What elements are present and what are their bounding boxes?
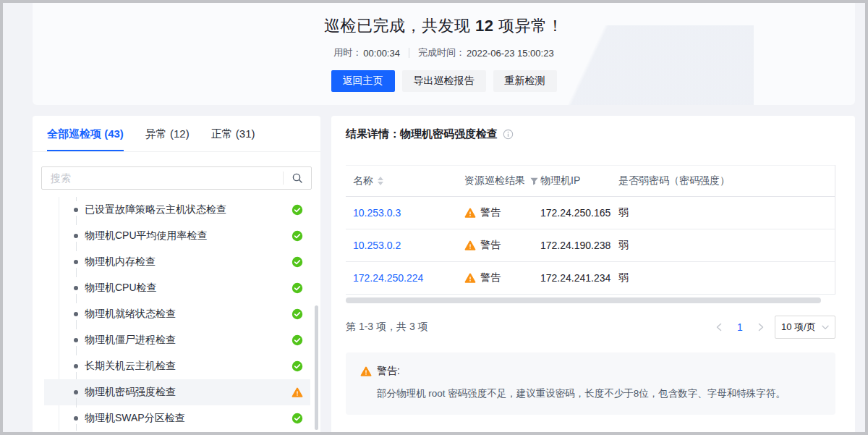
export-report-button[interactable]: 导出巡检报告 [402,70,486,92]
vertical-scrollbar[interactable] [315,305,318,430]
sort-icon[interactable] [378,177,383,185]
inspection-items-panel: 全部巡检项 (43) 异常 (12) 正常 (31) 已设置故障策略云主机状态检… [33,116,320,435]
host-link[interactable]: 10.253.0.2 [346,240,464,251]
list-item[interactable]: 物理机就绪状态检查 [44,301,310,327]
summary-banner: 巡检已完成，共发现 12 项异常！ 用时： 00:00:34 完成时间： 202… [33,3,855,105]
prev-page-button[interactable] [712,321,726,334]
inspection-meta: 用时： 00:00:34 完成时间： 2022-06-23 15:00:23 [33,46,855,59]
warning-icon [464,272,476,284]
col-name-label: 名称 [353,174,373,187]
list-item[interactable]: 物理机CPU平均使用率检查 [44,223,310,249]
bullet-icon [74,286,78,290]
filter-icon[interactable] [529,177,539,186]
bullet-icon [74,390,78,394]
check-item-label: 长期关机云主机检查 [85,360,292,373]
col-header-ip: 物理机IP [540,174,618,187]
check-item-label: 物理机就绪状态检查 [85,308,292,321]
list-item[interactable]: 物理机僵尸进程检查 [44,327,310,353]
finish-time-value: 2022-06-23 15:00:23 [467,48,554,59]
result-detail-panel: 结果详情：物理机密码强度检查 名称 资源巡检结果 物理机IP 是否弱密码（密码强… [331,116,855,435]
result-status-text: 警告 [480,239,501,252]
page-number[interactable]: 1 [733,321,747,333]
weak-password-cell: 弱 [618,239,835,252]
search-button[interactable] [284,167,311,189]
check-item-label: 物理机内存检查 [85,255,292,269]
back-home-button[interactable]: 返回主页 [331,70,395,92]
warning-note-title: 警告: [377,365,400,378]
search-icon [292,172,303,184]
page-size-select[interactable]: 10 项/页 [775,316,835,339]
host-link[interactable]: 172.24.250.224 [346,272,464,284]
result-cell: 警告 [464,239,540,252]
bullet-icon [74,208,78,212]
meta-divider [409,48,409,58]
pagination-bar: 第 1-3 项，共 3 项 1 10 项/页 [346,316,835,339]
check-item-label: 物理机密码强度检查 [85,386,292,399]
page-title-prefix: 巡检已完成，共发现 [324,17,475,35]
list-item[interactable]: 物理机内存检查 [44,249,310,275]
check-item-label: 物理机CPU检查 [85,282,292,295]
list-item[interactable]: 长期关机云主机检查 [44,353,310,379]
tabs-bar: 全部巡检项 (43) 异常 (12) 正常 (31) [33,116,320,152]
warning-note-description: 部分物理机 root 密码强度不足，建议重设密码，长度不少于8位，包含数字、字母… [377,387,821,401]
result-status-text: 警告 [480,271,501,284]
ip-cell: 172.24.250.165 [540,207,618,219]
search-input[interactable] [42,172,283,184]
anomaly-count: 12 [475,17,493,35]
success-icon [292,413,303,424]
table-header-row: 名称 资源巡检结果 物理机IP 是否弱密码（密码强度） [346,165,835,197]
result-status-text: 警告 [480,206,501,219]
check-item-label: 已设置故障策略云主机状态检查 [85,203,292,216]
info-icon[interactable] [503,129,514,140]
weak-password-cell: 弱 [618,206,835,219]
result-detail-header: 结果详情：物理机密码强度检查 [331,116,855,141]
success-icon [292,282,303,294]
bullet-icon [74,234,78,238]
col-header-weak-password: 是否弱密码（密码强度） [618,174,835,187]
tab-abnormal[interactable]: 异常 (12) [145,127,190,151]
page-title-suffix: 项异常！ [493,17,563,35]
bullet-icon [74,338,78,342]
success-icon [292,256,303,268]
list-item[interactable]: 已设置故障策略云主机状态检查 [44,197,310,223]
success-icon [292,360,303,372]
tab-normal[interactable]: 正常 (31) [211,127,255,151]
search-box [41,166,312,190]
col-header-result[interactable]: 资源巡检结果 [464,174,540,187]
list-item[interactable]: 物理机CPU检查 [44,275,310,301]
check-item-label: 物理机僵尸进程检查 [85,334,292,347]
list-item-selected[interactable]: 物理机密码强度检查 [44,379,310,405]
result-cell: 警告 [464,271,540,284]
page-size-value: 10 项/页 [781,321,816,334]
pagination-summary: 第 1-3 项，共 3 项 [346,321,428,334]
table-row: 10.253.0.2 警告 172.24.190.238 弱 [346,229,835,262]
host-link[interactable]: 10.253.0.3 [346,207,464,219]
timeline-connector [76,424,77,431]
success-icon [292,204,303,216]
check-item-label: 物理机SWAP分区检查 [85,412,292,425]
result-cell: 警告 [464,206,540,219]
result-detail-title: 结果详情：物理机密码强度检查 [346,127,498,141]
banner-actions: 返回主页 导出巡检报告 重新检测 [33,70,855,92]
table-row: 172.24.250.224 警告 172.24.241.234 弱 [346,262,835,295]
warning-icon [464,240,476,251]
weak-password-cell: 弱 [618,271,835,284]
result-table: 名称 资源巡检结果 物理机IP 是否弱密码（密码强度） 10.253.0.3 警… [346,165,835,295]
warning-icon [360,366,372,377]
finish-time-label: 完成时间： [418,46,465,59]
col-ip-label: 物理机IP [540,174,580,187]
chevron-down-icon [822,325,829,330]
duration-label: 用时： [333,46,362,59]
success-icon [292,230,303,242]
horizontal-scrollbar[interactable] [346,297,821,303]
success-icon [292,308,303,320]
warning-icon [464,207,476,219]
check-item-list: 已设置故障策略云主机状态检查 物理机CPU平均使用率检查 物理机内存检查 物理机… [33,197,320,431]
check-item-label: 物理机CPU平均使用率检查 [85,229,292,242]
col-header-name[interactable]: 名称 [346,174,464,187]
list-item[interactable]: 物理机SWAP分区检查 [44,405,310,431]
tab-all-items[interactable]: 全部巡检项 (43) [47,127,124,151]
next-page-button[interactable] [754,321,767,334]
col-weak-label: 是否弱密码（密码强度） [618,174,730,187]
recheck-button[interactable]: 重新检测 [493,70,557,92]
